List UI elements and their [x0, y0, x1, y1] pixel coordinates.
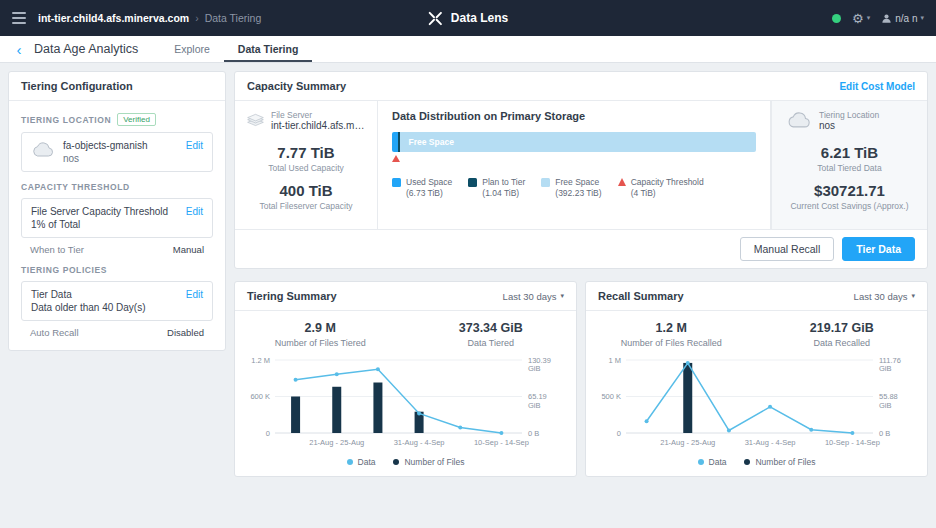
tab-explore[interactable]: Explore — [160, 36, 224, 62]
data-series-label: Data — [709, 457, 727, 467]
svg-text:31-Aug - 4-Sep: 31-Aug - 4-Sep — [745, 438, 796, 447]
legend-used-space: Used Space (6.73 TiB) — [392, 177, 452, 199]
capacity-summary-card: Capacity Summary Edit Cost Model File Se… — [234, 71, 928, 269]
summary-charts-row: Tiering Summary Last 30 days ▾ 2.9 M Num… — [234, 281, 928, 477]
topbar-actions: ⚙ ▾ n/a n ▾ — [832, 11, 924, 26]
gear-icon: ⚙ — [852, 11, 864, 26]
recall-summary-legend: Data Number of Files — [586, 449, 927, 476]
policy-rule: Data older than 40 Day(s) — [31, 302, 178, 313]
files-recalled-stat: 1.2 M Number of Files Recalled — [586, 321, 757, 348]
breadcrumb-separator: › — [195, 12, 199, 24]
files-series-label: Number of Files — [404, 457, 464, 467]
svg-text:31-Aug - 4-Sep: 31-Aug - 4-Sep — [394, 438, 445, 447]
auto-recall-row: Auto Recall Disabled — [21, 321, 213, 338]
data-tiered-stat: 373.34 GiB Data Tiered — [406, 321, 577, 348]
data-tiered-label: Data Tiered — [406, 338, 577, 348]
topbar: int-tier.child4.afs.minerva.com › Data T… — [0, 0, 936, 36]
free-space-label: Free Space — [555, 177, 601, 188]
data-recalled-value: 219.17 GiB — [757, 321, 928, 335]
tiering-location-box: fa-objects-gmanish nos Edit — [21, 132, 213, 172]
capacity-threshold-heading-label: CAPACITY THRESHOLD — [21, 182, 130, 192]
user-menu[interactable]: n/a n ▾ — [881, 13, 924, 24]
cloud-icon — [786, 112, 812, 129]
data-lens-logo-icon — [428, 11, 443, 26]
chevron-down-icon: ▾ — [560, 292, 564, 300]
files-tiered-label: Number of Files Tiered — [235, 338, 406, 348]
tab-data-tiering[interactable]: Data Tiering — [224, 36, 313, 62]
svg-text:21-Aug - 25-Aug: 21-Aug - 25-Aug — [309, 438, 364, 447]
data-recalled-label: Data Recalled — [757, 338, 928, 348]
tiering-summary-header: Tiering Summary Last 30 days ▾ — [235, 282, 576, 311]
threshold-value: 1% of Total — [31, 219, 178, 230]
file-server-name: int-tier.child4.afs.min... — [271, 120, 365, 131]
page-title: Data Age Analytics — [34, 36, 138, 62]
back-button[interactable]: ‹ — [8, 36, 30, 62]
breadcrumb-fileserver[interactable]: int-tier.child4.afs.minerva.com — [38, 12, 189, 24]
edit-tiering-location-link[interactable]: Edit — [186, 140, 203, 151]
legend-data: Data — [698, 457, 727, 467]
tiering-summary-range-select[interactable]: Last 30 days ▾ — [503, 291, 564, 302]
breadcrumb-page: Data Tiering — [205, 12, 262, 24]
chevron-down-icon: ▾ — [867, 14, 871, 22]
svg-text:0 B: 0 B — [879, 429, 890, 438]
svg-text:130.39GiB: 130.39GiB — [528, 356, 551, 374]
auto-recall-value: Disabled — [167, 327, 204, 338]
page-header: ‹ Data Age Analytics Explore Data Tierin… — [0, 36, 936, 63]
user-name: n/a n — [895, 13, 917, 24]
cost-savings-value: $30721.71 — [782, 182, 917, 199]
svg-text:600 K: 600 K — [250, 392, 270, 401]
health-status-icon[interactable] — [832, 14, 841, 23]
breadcrumb: int-tier.child4.afs.minerva.com › Data T… — [38, 12, 261, 24]
used-space-label: Used Space — [406, 177, 452, 188]
legend-capacity-threshold: Capacity Threshold (4 TiB) — [618, 177, 704, 199]
distribution-legend: Used Space (6.73 TiB) Plan to Tier (1.04… — [392, 177, 756, 199]
tiering-summary-legend: Data Number of Files — [235, 449, 576, 476]
file-server-identity: File Server int-tier.child4.afs.min... — [243, 110, 369, 135]
capacity-summary-header: Capacity Summary Edit Cost Model — [235, 72, 927, 101]
total-tiered-data-label: Total Tiered Data — [782, 163, 917, 173]
settings-menu[interactable]: ⚙ ▾ — [852, 11, 870, 26]
recall-summary-range-select[interactable]: Last 30 days ▾ — [854, 291, 915, 302]
data-series-dot — [698, 459, 704, 465]
svg-text:0: 0 — [617, 429, 621, 438]
edit-capacity-threshold-link[interactable]: Edit — [186, 206, 203, 217]
recall-summary-stats: 1.2 M Number of Files Recalled 219.17 Gi… — [586, 311, 927, 350]
files-recalled-value: 1.2 M — [586, 321, 757, 335]
tiering-summary-chart: 1.2 M130.39GiB600 K65.19GiB00 B21-Aug - … — [241, 352, 570, 449]
files-series-label: Number of Files — [755, 457, 815, 467]
tiering-location-column: Tiering Location nos 6.21 TiB Total Tier… — [771, 101, 927, 229]
data-series-dot — [347, 459, 353, 465]
edit-tiering-policy-link[interactable]: Edit — [186, 289, 203, 300]
when-to-tier-row: When to Tier Manual — [21, 238, 213, 255]
files-tiered-value: 2.9 M — [235, 321, 406, 335]
edit-cost-model-link[interactable]: Edit Cost Model — [839, 81, 915, 92]
total-used-capacity-label: Total Used Capacity — [243, 163, 369, 173]
tiering-summary-card: Tiering Summary Last 30 days ▾ 2.9 M Num… — [234, 281, 577, 477]
file-server-icon — [247, 111, 264, 131]
used-space-value: (6.73 TiB) — [406, 188, 452, 199]
tier-data-button[interactable]: Tier Data — [842, 237, 915, 261]
verified-badge: Verified — [117, 113, 156, 126]
chevron-down-icon: ▾ — [920, 14, 924, 22]
total-fileserver-capacity-label: Total Fileserver Capacity — [243, 201, 369, 211]
recall-summary-header: Recall Summary Last 30 days ▾ — [586, 282, 927, 311]
tiering-location-column-label: Tiering Location — [819, 110, 879, 120]
tiering-policy-box: Tier Data Data older than 40 Day(s) Edit — [21, 281, 213, 321]
plan-to-tier-swatch — [468, 178, 477, 187]
legend-number-of-files: Number of Files — [393, 457, 464, 467]
cloud-icon — [31, 142, 55, 158]
tiering-configuration-panel: Tiering Configuration TIERING LOCATION V… — [8, 71, 226, 351]
recall-summary-title: Recall Summary — [598, 290, 684, 302]
manual-recall-button[interactable]: Manual Recall — [740, 237, 835, 261]
capacity-threshold-box: File Server Capacity Threshold 1% of Tot… — [21, 198, 213, 238]
menu-icon[interactable] — [12, 12, 26, 24]
files-tiered-stat: 2.9 M Number of Files Tiered — [235, 321, 406, 348]
tiering-location-heading-label: TIERING LOCATION — [21, 115, 111, 125]
legend-number-of-files: Number of Files — [744, 457, 815, 467]
capacity-threshold-section-heading: CAPACITY THRESHOLD — [21, 182, 213, 192]
plan-to-tier-label: Plan to Tier — [482, 177, 525, 188]
capacity-threshold-marker — [392, 155, 400, 162]
threshold-description: File Server Capacity Threshold — [31, 206, 178, 217]
legend-free-space: Free Space (392.23 TiB) — [541, 177, 601, 199]
auto-recall-label: Auto Recall — [30, 327, 79, 338]
